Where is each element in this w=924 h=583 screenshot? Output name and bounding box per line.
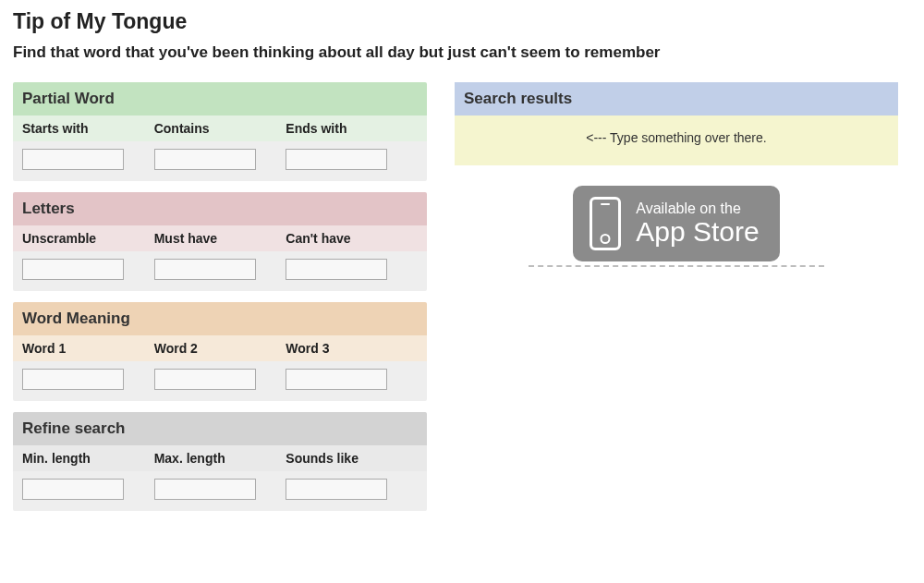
input-min-length[interactable] xyxy=(22,479,124,500)
label-unscramble: Unscramble xyxy=(22,231,154,246)
panel-header-letters: Letters xyxy=(13,192,427,225)
appstore-underline xyxy=(529,265,824,267)
label-word-1: Word 1 xyxy=(22,341,154,356)
label-must-have: Must have xyxy=(154,231,286,246)
panel-partial-word: Partial Word Starts with Contains Ends w… xyxy=(13,82,427,181)
label-word-2: Word 2 xyxy=(154,341,286,356)
input-cant-have[interactable] xyxy=(286,259,387,280)
label-word-3: Word 3 xyxy=(286,341,418,356)
label-cant-have: Can't have xyxy=(286,231,418,246)
input-starts-with[interactable] xyxy=(22,149,124,170)
page-title: Tip of My Tongue xyxy=(13,9,911,34)
panel-header-meaning: Word Meaning xyxy=(13,302,427,335)
label-sounds-like: Sounds like xyxy=(286,451,418,466)
appstore-line1: Available on the xyxy=(636,200,741,216)
input-word-2[interactable] xyxy=(154,369,256,390)
results-placeholder: <--- Type something over there. xyxy=(455,115,898,165)
input-must-have[interactable] xyxy=(154,259,256,280)
input-sounds-like[interactable] xyxy=(286,479,387,500)
panel-word-meaning: Word Meaning Word 1 Word 2 Word 3 xyxy=(13,302,427,401)
label-contains: Contains xyxy=(154,121,286,136)
app-store-badge[interactable]: Available on the App Store xyxy=(573,186,779,261)
phone-icon xyxy=(590,197,621,250)
panel-search-results: Search results <--- Type something over … xyxy=(455,82,898,165)
input-word-1[interactable] xyxy=(22,369,124,390)
panel-header-refine: Refine search xyxy=(13,412,427,445)
input-word-3[interactable] xyxy=(286,369,387,390)
input-max-length[interactable] xyxy=(154,479,256,500)
label-max-length: Max. length xyxy=(154,451,286,466)
appstore-line2: App Store xyxy=(636,216,759,247)
input-unscramble[interactable] xyxy=(22,259,124,280)
input-contains[interactable] xyxy=(154,149,256,170)
panel-letters: Letters Unscramble Must have Can't have xyxy=(13,192,427,291)
label-starts-with: Starts with xyxy=(22,121,154,136)
input-ends-with[interactable] xyxy=(286,149,387,170)
page-subtitle: Find that word that you've been thinking… xyxy=(13,43,911,62)
panel-refine-search: Refine search Min. length Max. length So… xyxy=(13,412,427,511)
label-min-length: Min. length xyxy=(22,451,154,466)
panel-header-partial: Partial Word xyxy=(13,82,427,115)
results-header: Search results xyxy=(455,82,898,115)
label-ends-with: Ends with xyxy=(286,121,418,136)
